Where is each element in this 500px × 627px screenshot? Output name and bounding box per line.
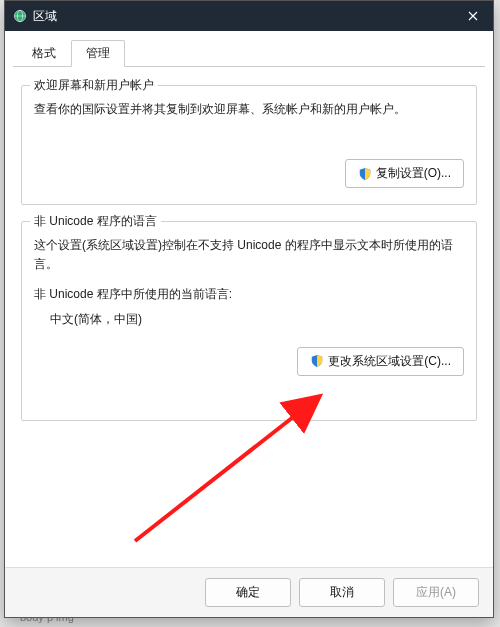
change-locale-label: 更改系统区域设置(C)... bbox=[328, 353, 451, 370]
group-welcome: 欢迎屏幕和新用户帐户 查看你的国际设置并将其复制到欢迎屏幕、系统帐户和新的用户帐… bbox=[21, 85, 477, 205]
tabs: 格式 管理 bbox=[13, 39, 485, 67]
globe-icon bbox=[13, 9, 27, 23]
tab-admin[interactable]: 管理 bbox=[71, 40, 125, 67]
current-lang-value: 中文(简体，中国) bbox=[34, 310, 464, 329]
spacer bbox=[21, 437, 477, 517]
cancel-button[interactable]: 取消 bbox=[299, 578, 385, 607]
group-nonunicode-desc: 这个设置(系统区域设置)控制在不支持 Unicode 的程序中显示文本时所使用的… bbox=[34, 236, 464, 274]
copy-settings-label: 复制设置(O)... bbox=[376, 165, 451, 182]
tab-body-admin: 欢迎屏幕和新用户帐户 查看你的国际设置并将其复制到欢迎屏幕、系统帐户和新的用户帐… bbox=[13, 79, 485, 517]
current-lang-label: 非 Unicode 程序中所使用的当前语言: bbox=[34, 285, 464, 304]
group-nonunicode: 非 Unicode 程序的语言 这个设置(系统区域设置)控制在不支持 Unico… bbox=[21, 221, 477, 421]
ok-button[interactable]: 确定 bbox=[205, 578, 291, 607]
group-welcome-desc: 查看你的国际设置并将其复制到欢迎屏幕、系统帐户和新的用户帐户。 bbox=[34, 100, 464, 119]
group-nonunicode-title: 非 Unicode 程序的语言 bbox=[30, 213, 161, 230]
dialog-footer: 确定 取消 应用(A) bbox=[5, 567, 493, 617]
shield-icon bbox=[358, 167, 372, 181]
window-title: 区域 bbox=[33, 8, 453, 25]
apply-button[interactable]: 应用(A) bbox=[393, 578, 479, 607]
close-button[interactable] bbox=[453, 1, 493, 31]
region-dialog: 区域 格式 管理 欢迎屏幕和新用户帐户 查看你的国际设置并将其复制到欢迎屏幕、系… bbox=[4, 0, 494, 618]
tab-format[interactable]: 格式 bbox=[17, 40, 71, 67]
group-welcome-title: 欢迎屏幕和新用户帐户 bbox=[30, 77, 158, 94]
titlebar: 区域 bbox=[5, 1, 493, 31]
change-locale-button[interactable]: 更改系统区域设置(C)... bbox=[297, 347, 464, 376]
shield-icon bbox=[310, 354, 324, 368]
dialog-content: 格式 管理 欢迎屏幕和新用户帐户 查看你的国际设置并将其复制到欢迎屏幕、系统帐户… bbox=[5, 31, 493, 517]
copy-settings-button[interactable]: 复制设置(O)... bbox=[345, 159, 464, 188]
